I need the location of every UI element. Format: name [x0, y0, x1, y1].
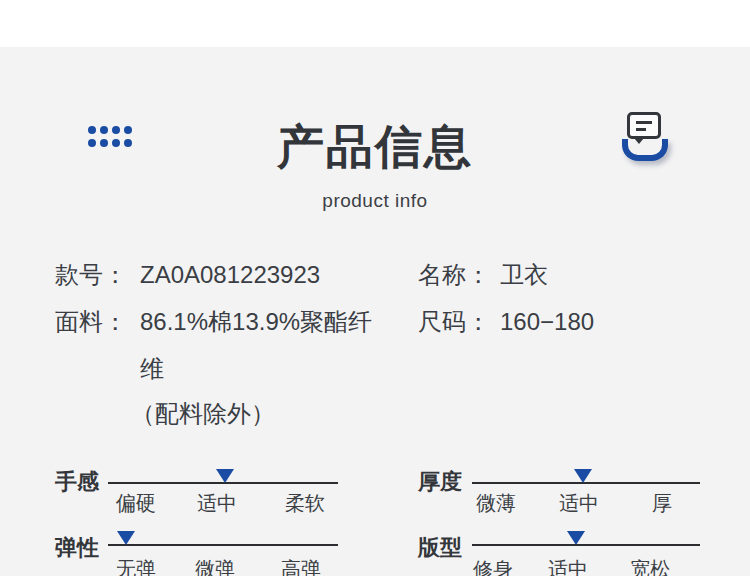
name-label: 名称：	[418, 262, 490, 288]
message-bubble-icon	[620, 112, 670, 164]
hand-feel-label: 手感	[55, 467, 99, 497]
elasticity-tick-high: 高弹	[281, 556, 321, 576]
size-label: 尺码：	[418, 309, 490, 335]
thickness-tick-medium: 适中	[559, 490, 599, 517]
fit-tick-loose: 宽松	[630, 556, 670, 576]
fit-tick-medium: 适中	[548, 556, 588, 576]
message-bubble	[627, 112, 661, 139]
fit-tick-slim: 修身	[473, 556, 513, 576]
fit-track	[472, 544, 700, 546]
style-no-value: ZA0A081223923	[140, 262, 320, 288]
name-value: 卫衣	[500, 262, 548, 288]
fabric-value-line1: 86.1%棉13.9%聚酯纤	[140, 309, 372, 335]
size-value: 160−180	[500, 309, 594, 335]
fabric-value-line2: 维	[140, 356, 164, 382]
hand-feel-tick-soft: 柔软	[285, 490, 325, 517]
section-subtitle: product info	[0, 190, 750, 212]
elasticity-marker-icon	[117, 531, 135, 545]
thickness-marker-icon	[574, 469, 592, 483]
fabric-note: （配料除外）	[131, 401, 275, 427]
fabric-label: 面料：	[55, 309, 127, 335]
hand-feel-marker-icon	[216, 469, 234, 483]
thickness-tick-thick: 厚	[652, 490, 672, 517]
elasticity-label: 弹性	[55, 533, 99, 563]
hand-feel-tick-medium: 适中	[197, 490, 237, 517]
elasticity-tick-slight: 微弹	[195, 556, 235, 576]
fit-marker-icon	[567, 531, 585, 545]
hand-feel-tick-soft0: 偏硬	[116, 490, 156, 517]
elasticity-track	[108, 544, 338, 546]
product-info-panel: 产品信息 product info 款号： ZA0A081223923 名称： …	[0, 0, 750, 576]
thickness-tick-thin: 微薄	[476, 490, 516, 517]
style-no-label: 款号：	[55, 262, 127, 288]
elasticity-tick-none: 无弹	[116, 556, 156, 576]
thickness-label: 厚度	[418, 467, 462, 497]
message-arc	[622, 139, 668, 161]
fit-label: 版型	[418, 533, 462, 563]
